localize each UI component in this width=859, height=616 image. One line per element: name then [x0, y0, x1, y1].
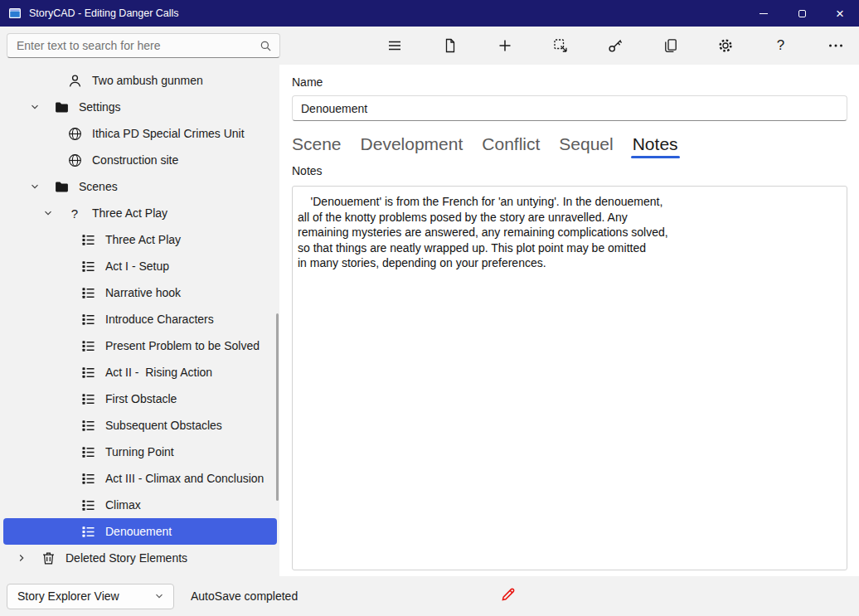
tab-sequel[interactable]: Sequel — [559, 130, 613, 158]
move-icon[interactable] — [544, 30, 577, 61]
tree-item-label: Act III - Climax and Conclusion — [105, 472, 264, 485]
tree-item-label: Narrative hook — [105, 286, 181, 299]
tree-item-first-obstacle[interactable]: First Obstacle — [3, 386, 277, 412]
minimize-icon — [760, 13, 768, 14]
tree-item-label: Introduce Characters — [105, 313, 214, 326]
chevron-down-icon[interactable] — [30, 102, 53, 112]
status-bar: Story Explorer View AutoSave completed — [0, 576, 859, 616]
view-selector[interactable]: Story Explorer View — [7, 584, 174, 609]
window-controls: × — [745, 0, 859, 27]
tree-item-label: Subsequent Obstacles — [105, 419, 222, 432]
tree-item-label: Present Problem to be Solved — [105, 339, 260, 352]
menu-icon[interactable] — [378, 30, 411, 61]
tree-item-act-ii-rising-action[interactable]: Act II - Rising Action — [3, 359, 277, 386]
list-icon — [80, 444, 96, 460]
list-icon — [80, 390, 96, 407]
tree-item-scenes[interactable]: Scenes — [3, 173, 277, 200]
globe-icon — [66, 152, 83, 168]
tree-item-label: Settings — [79, 100, 121, 114]
list-icon — [80, 311, 96, 327]
search-input[interactable] — [7, 39, 251, 52]
name-label: Name — [292, 75, 323, 89]
tree-item-subsequent-obstacles[interactable]: Subsequent Obstacles — [3, 412, 277, 439]
list-icon — [80, 337, 96, 354]
list-icon — [80, 364, 96, 381]
tree-item-label: Turning Point — [105, 445, 174, 458]
add-icon[interactable] — [488, 30, 522, 61]
tree-item-construction-site[interactable]: Construction site — [3, 147, 277, 173]
globe-icon — [66, 125, 83, 142]
notes-text: 'Denouement' is from the French for 'an … — [293, 187, 847, 279]
tab-notes[interactable]: Notes — [633, 130, 678, 158]
tree-item-label: Deleted Story Elements — [66, 551, 187, 565]
tab-conflict[interactable]: Conflict — [482, 130, 540, 158]
tree-item-label: Three Act Play — [105, 233, 181, 246]
tree-item-act-i-setup[interactable]: Act I - Setup — [3, 253, 277, 279]
tree-item-label: Climax — [105, 498, 141, 512]
new-document-icon[interactable] — [434, 30, 467, 61]
tree-item-label: Construction site — [92, 153, 178, 167]
close-icon: × — [836, 7, 844, 21]
window-title: StoryCAD - Editing Danger Calls — [29, 7, 179, 19]
tree-item-ithica-pd-special-crimes-unit[interactable]: Ithica PD Special Crimes Unit — [3, 120, 277, 147]
toolbar: ? — [0, 27, 859, 65]
tree-item-present-problem-to-be-solved[interactable]: Present Problem to be Solved — [3, 332, 277, 359]
search-icon[interactable] — [251, 34, 279, 57]
tree-item-label: Three Act Play — [92, 206, 167, 220]
tree-items: Two ambush gunmenSettingsIthica PD Speci… — [0, 67, 279, 571]
search-box — [7, 33, 280, 58]
person-icon — [66, 72, 83, 89]
question-icon: ? — [66, 205, 83, 221]
more-ellipsis-icon[interactable] — [819, 30, 852, 61]
list-icon — [80, 284, 96, 301]
tree-item-act-iii-climax-and-conclusion[interactable]: Act III - Climax and Conclusion — [3, 465, 277, 492]
autosave-status: AutoSave completed — [191, 589, 298, 603]
maximize-button[interactable] — [783, 0, 821, 27]
help-icon[interactable]: ? — [764, 30, 798, 61]
notes-label: Notes — [292, 164, 323, 177]
tree-item-turning-point[interactable]: Turning Point — [3, 439, 277, 465]
app-icon — [8, 7, 22, 20]
chevron-down-icon[interactable] — [30, 182, 53, 192]
tree-item-introduce-characters[interactable]: Introduce Characters — [3, 306, 277, 332]
list-icon — [80, 258, 96, 274]
name-input[interactable] — [292, 95, 847, 121]
notes-editor[interactable]: 'Denouement' is from the French for 'an … — [292, 186, 847, 570]
tree-item-settings[interactable]: Settings — [3, 94, 277, 120]
tab-scene[interactable]: Scene — [292, 130, 342, 158]
settings-gear-icon[interactable] — [709, 30, 742, 61]
tree-item-label: Denouement — [105, 525, 172, 538]
tree-item-label: First Obstacle — [105, 392, 177, 405]
maximize-icon — [798, 10, 806, 17]
minimize-button[interactable] — [745, 0, 783, 27]
titlebar: StoryCAD - Editing Danger Calls × — [0, 0, 859, 27]
list-icon — [80, 231, 96, 248]
chevron-right-icon[interactable] — [17, 553, 40, 563]
tree-item-climax[interactable]: Climax — [3, 492, 277, 518]
tree-item-two-ambush-gunmen[interactable]: Two ambush gunmen — [3, 67, 277, 94]
folder-icon — [53, 178, 70, 195]
list-icon — [80, 417, 96, 434]
tree-item-narrative-hook[interactable]: Narrative hook — [3, 279, 277, 306]
tree-item-three-act-play[interactable]: ?Three Act Play — [3, 200, 277, 226]
tree-item-deleted-story-elements[interactable]: Deleted Story Elements — [3, 545, 277, 571]
tree-item-three-act-play[interactable]: Three Act Play — [3, 226, 277, 253]
chevron-down-icon[interactable] — [43, 208, 66, 218]
tree-item-label: Ithica PD Special Crimes Unit — [92, 127, 245, 140]
tab-development[interactable]: Development — [361, 130, 463, 158]
tree-item-label: Two ambush gunmen — [92, 74, 203, 87]
navigation-tree: Two ambush gunmenSettingsIthica PD Speci… — [0, 65, 279, 576]
copy-icon[interactable] — [654, 30, 687, 61]
folder-icon — [53, 99, 70, 115]
editor-panel: Name SceneDevelopmentConflictSequelNotes… — [279, 65, 859, 576]
toolbar-icons: ? — [378, 27, 852, 65]
tree-item-denouement[interactable]: Denouement — [3, 518, 277, 545]
tree-scrollbar[interactable] — [276, 313, 279, 501]
tree-item-label: Scenes — [79, 180, 118, 193]
close-button[interactable]: × — [821, 0, 859, 27]
list-icon — [80, 497, 96, 513]
tab-bar: SceneDevelopmentConflictSequelNotes — [292, 130, 678, 158]
edit-pencil-icon[interactable] — [500, 586, 517, 603]
key-icon[interactable] — [599, 30, 632, 61]
list-icon — [80, 523, 96, 540]
